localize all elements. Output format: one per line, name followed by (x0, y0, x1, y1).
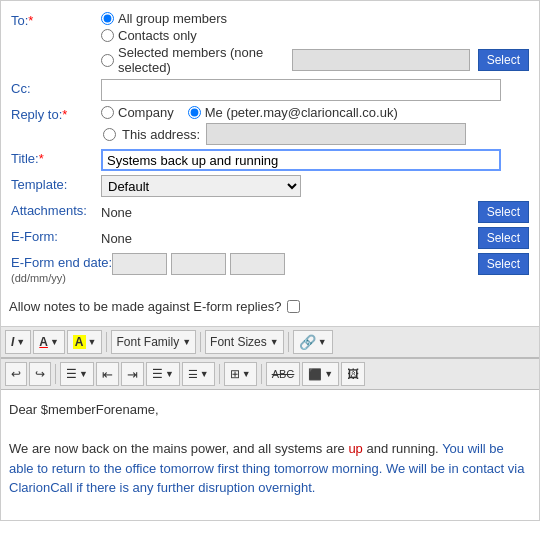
eform-end-sublabel: (dd/mm/yy) (11, 272, 66, 284)
toolbar-separator-5 (219, 364, 220, 384)
italic-label: I (11, 335, 14, 349)
spell-check-icon: ABC (272, 368, 295, 380)
redo-button[interactable]: ↪ (29, 362, 51, 386)
allow-notes-label: Allow notes to be made against E-form re… (9, 299, 281, 314)
required-star: * (28, 13, 33, 28)
font-sizes-label: Font Sizes (210, 335, 267, 349)
dropdown-arrow-fontcolor: ▼ (50, 337, 59, 347)
radio-all-group[interactable] (101, 12, 114, 25)
editor-line-3: We are now back on the mains power, and … (9, 439, 531, 498)
list-ul-icon: ☰ (152, 367, 163, 381)
list-ol-icon: ☰ (188, 368, 198, 381)
title-input[interactable] (101, 149, 501, 171)
font-color-label: A (39, 335, 48, 349)
cc-input[interactable] (101, 79, 501, 101)
eform-date-yy[interactable] (230, 253, 285, 275)
eform-date-inputs (112, 253, 285, 275)
indent-right-icon: ⇥ (127, 367, 138, 382)
selected-members-input[interactable] (292, 49, 470, 71)
font-highlight-button[interactable]: A ▼ (67, 330, 103, 354)
undo-button[interactable]: ↩ (5, 362, 27, 386)
link-button[interactable]: 🔗 ▼ (293, 330, 333, 354)
editor-body-start: We are now back on the mains power, and … (9, 441, 348, 456)
radio-selected-label: Selected members (none selected) (118, 45, 288, 75)
eform-end-select-button[interactable]: Select (478, 253, 529, 275)
insert-icon: ⬛ (308, 368, 322, 381)
editor-line-1: Dear $memberForename, (9, 400, 531, 420)
align-left-button[interactable]: ☰ ▼ (60, 362, 94, 386)
attachments-select-button[interactable]: Select (478, 201, 529, 223)
font-family-dropdown[interactable]: Font Family ▼ (111, 330, 196, 354)
indent-left-icon: ⇤ (102, 367, 113, 382)
insert-button[interactable]: ⬛ ▼ (302, 362, 339, 386)
dropdown-arrow-link: ▼ (318, 337, 327, 347)
to-radio-group: All group members Contacts only Selected… (101, 11, 529, 75)
eform-label: E-Form: (11, 227, 101, 244)
editor-content[interactable]: Dear $memberForename, We are now back on… (1, 390, 539, 520)
font-color-button[interactable]: A ▼ (33, 330, 65, 354)
select-members-button[interactable]: Select (478, 49, 529, 71)
attachments-value: None (101, 205, 132, 220)
dropdown-arrow-align: ▼ (79, 369, 88, 379)
editor-area: I ▼ A ▼ A ▼ Font Family ▼ Font Sizes (0, 327, 540, 521)
toolbar-row2: ↩ ↪ ☰ ▼ ⇤ ⇥ ☰ ▼ ☰ ▼ (1, 358, 539, 390)
attachments-label: Attachments: (11, 201, 101, 218)
editor-body-running: and running. (363, 441, 442, 456)
radio-all-group-label: All group members (118, 11, 227, 26)
editor-body-up: up (348, 441, 362, 456)
toolbar-separator-3 (288, 332, 289, 352)
eform-date-mm[interactable] (171, 253, 226, 275)
indent-left-button[interactable]: ⇤ (96, 362, 119, 386)
editor-line-2 (9, 420, 531, 440)
table-button[interactable]: ⊞ ▼ (224, 362, 257, 386)
image-icon: 🖼 (347, 367, 359, 381)
reply-to-label: Reply to:* (11, 105, 101, 122)
radio-company[interactable] (101, 106, 114, 119)
font-family-label: Font Family (116, 335, 179, 349)
required-star3: * (39, 151, 44, 166)
radio-me[interactable] (188, 106, 201, 119)
dropdown-arrow-highlight: ▼ (88, 337, 97, 347)
image-button[interactable]: 🖼 (341, 362, 365, 386)
radio-selected-members[interactable] (101, 54, 114, 67)
font-sizes-dropdown[interactable]: Font Sizes ▼ (205, 330, 284, 354)
table-icon: ⊞ (230, 367, 240, 381)
cc-label: Cc: (11, 79, 101, 96)
title-label: Title:* (11, 149, 101, 166)
template-label: Template: (11, 175, 101, 192)
dropdown-arrow-table: ▼ (242, 369, 251, 379)
radio-this-address-label: This address: (122, 127, 200, 142)
eform-end-label: E-Form end date: (dd/mm/yy) (11, 253, 112, 285)
italic-button[interactable]: I ▼ (5, 330, 31, 354)
editor-greeting: Dear $memberForename, (9, 402, 159, 417)
indent-right-button[interactable]: ⇥ (121, 362, 144, 386)
list-ol-button[interactable]: ☰ ▼ (182, 362, 215, 386)
toolbar-separator-4 (55, 364, 56, 384)
spell-check-button[interactable]: ABC (266, 362, 301, 386)
undo-icon: ↩ (11, 367, 21, 381)
allow-notes-checkbox[interactable] (287, 300, 300, 313)
eform-value: None (101, 231, 132, 246)
dropdown-arrow-ff: ▼ (182, 337, 191, 347)
eform-select-button[interactable]: Select (478, 227, 529, 249)
list-ul-button[interactable]: ☰ ▼ (146, 362, 180, 386)
dropdown-arrow-insert: ▼ (324, 369, 333, 379)
toolbar-separator-2 (200, 332, 201, 352)
radio-this-address[interactable] (103, 128, 116, 141)
redo-icon: ↪ (35, 367, 45, 381)
dropdown-arrow-fs: ▼ (270, 337, 279, 347)
toolbar-separator-6 (261, 364, 262, 384)
toolbar-separator-1 (106, 332, 107, 352)
radio-company-label: Company (118, 105, 174, 120)
align-left-icon: ☰ (66, 367, 77, 381)
dropdown-arrow-ol: ▼ (200, 369, 209, 379)
radio-contacts-only-label: Contacts only (118, 28, 197, 43)
radio-me-label: Me (peter.may@clarioncall.co.uk) (205, 105, 398, 120)
template-select[interactable]: Default (101, 175, 301, 197)
eform-date-dd[interactable] (112, 253, 167, 275)
this-address-input[interactable] (206, 123, 466, 145)
dropdown-arrow-italic: ▼ (16, 337, 25, 347)
toolbar-row1: I ▼ A ▼ A ▼ Font Family ▼ Font Sizes (1, 327, 539, 358)
radio-contacts-only[interactable] (101, 29, 114, 42)
font-highlight-label: A (73, 335, 86, 349)
